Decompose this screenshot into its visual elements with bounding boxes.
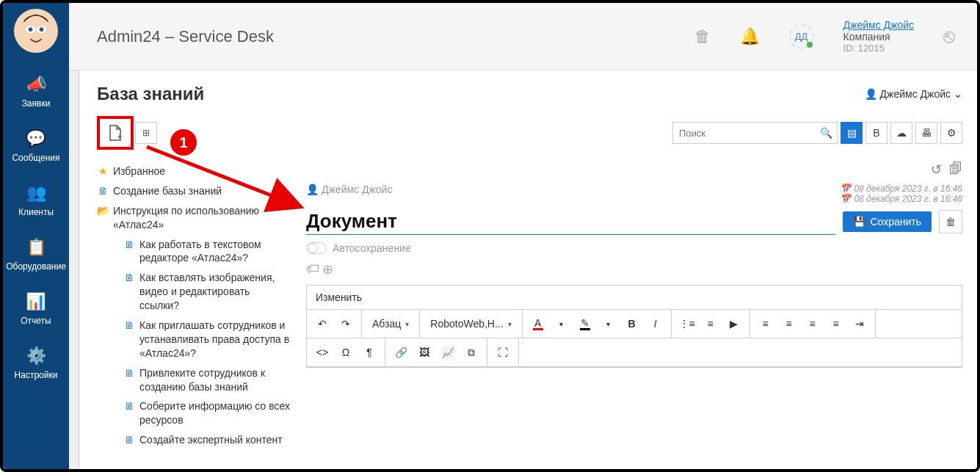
paragraph-label: Абзац [372, 318, 401, 330]
header: Admin24 – Service Desk 🗑 🔔 ДД Джеймс Джо… [69, 3, 977, 70]
bold-button[interactable]: B [621, 313, 643, 335]
video-button[interactable]: ▶ [723, 313, 745, 335]
cloud-icon[interactable]: ☁ [890, 122, 912, 144]
new-folder-button[interactable]: ⊞ [135, 122, 157, 144]
left-nav: 📣 Заявки 💬 Сообщения 👥 Клиенты 📋 Оборудо… [3, 3, 69, 469]
align-left-button[interactable]: ≡ [755, 313, 777, 335]
code-button[interactable]: <> [311, 341, 333, 363]
rte-tab-edit[interactable]: Изменить [307, 286, 962, 310]
highlight-button[interactable]: ✎ [574, 313, 596, 335]
tag-icon[interactable]: 🏷 [306, 261, 319, 277]
italic-button[interactable]: I [645, 313, 667, 335]
view-chart-icon[interactable]: ▤ [841, 122, 863, 144]
chart-button[interactable]: 📈 [437, 341, 459, 363]
align-right-button[interactable]: ≡ [802, 313, 824, 335]
user-name-link[interactable]: Джеймс Джойс [843, 19, 914, 31]
folder-open-icon: 📂 [97, 204, 109, 218]
company-label: Компания [843, 31, 914, 43]
tree-label: Как вставлять изображения, видео и редак… [139, 271, 291, 313]
nav-messages[interactable]: 💬 Сообщения [12, 129, 59, 163]
font-color-button[interactable]: A [527, 313, 549, 335]
scrollbar[interactable] [69, 3, 79, 469]
people-icon: 👥 [26, 184, 46, 203]
chevron-down-icon[interactable]: ▾ [598, 313, 620, 335]
save-button[interactable]: 💾 Сохранить [843, 211, 932, 232]
tree-doc[interactable]: 🗎Создайте экспертный контент [97, 430, 291, 450]
author-name: Джеймс Джойс [322, 184, 392, 195]
nav-label: Клиенты [18, 207, 54, 217]
fullscreen-button[interactable]: ⛶ [492, 341, 514, 363]
created-date: 08 декабря 2023 г. в 16:46 [854, 184, 962, 194]
author: 👤 Джеймс Джойс [306, 184, 392, 195]
save-icon: 💾 [853, 216, 865, 228]
bullet-list-button[interactable]: ⋮≡ [676, 313, 698, 335]
autosave-toggle[interactable] [306, 242, 327, 254]
embed-button[interactable]: ⧉ [460, 341, 482, 363]
search-icon[interactable]: 🔍 [815, 127, 837, 139]
document-icon: 🗎 [123, 319, 135, 333]
tree-label: Создайте экспертный контент [139, 433, 283, 447]
tree-favorites[interactable]: ★ Избранное [97, 161, 291, 181]
omega-button[interactable]: Ω [335, 341, 357, 363]
redo-button[interactable]: ↷ [335, 313, 357, 335]
document-icon: 🗎 [123, 238, 135, 252]
nav-settings[interactable]: ⚙️ Настройки [15, 346, 58, 380]
tree-folder[interactable]: 📂 Инструкция по использованию «Атлас24» [97, 201, 291, 235]
document-icon: 🗎 [123, 271, 135, 285]
user-avatar-small[interactable]: ДД [789, 24, 814, 49]
settings-icon[interactable]: ⚙ [940, 122, 962, 144]
tree-doc[interactable]: 🗎Как работать в текстовом редакторе «Атл… [97, 235, 291, 269]
document-title-input[interactable] [306, 208, 835, 235]
undo-button[interactable]: ↶ [311, 313, 333, 335]
read-mode-icon[interactable]: 🗐 [949, 161, 962, 178]
tree-label: Инструкция по использованию «Атлас24» [113, 204, 291, 232]
trash-icon[interactable]: 🗑 [694, 27, 711, 46]
nav-label: Сообщения [12, 153, 59, 163]
tree-doc[interactable]: 🗎Привлеките сотрудников к созданию базы … [97, 363, 291, 397]
svg-point-3 [29, 27, 33, 32]
pilcrow-button[interactable]: ¶ [358, 341, 380, 363]
nav-reports[interactable]: 📊 Отчеты [21, 292, 51, 326]
delete-button[interactable]: 🗑 [939, 210, 962, 233]
new-document-icon: + [108, 125, 123, 141]
font-select[interactable]: RobotoWeb,H...▾ [424, 313, 517, 335]
calendar-plus-icon: 📅 [840, 184, 851, 194]
avatar[interactable] [14, 9, 58, 53]
paragraph-select[interactable]: Абзац▾ [366, 313, 415, 335]
align-justify-button[interactable]: ≡ [825, 313, 847, 335]
add-tag-icon[interactable]: ⊕ [322, 261, 333, 277]
tree-doc[interactable]: 🗎Как вставлять изображения, видео и реда… [97, 268, 291, 316]
new-document-button[interactable]: + [97, 116, 134, 150]
history-icon[interactable]: ↺ [931, 161, 942, 178]
nav-clients[interactable]: 👥 Клиенты [18, 184, 54, 217]
bell-icon[interactable]: 🔔 [740, 27, 760, 46]
logout-icon[interactable]: ⎋ [943, 25, 955, 48]
star-icon: ★ [97, 164, 109, 178]
nav-tickets[interactable]: 📣 Заявки [22, 75, 51, 109]
page-title: База знаний [97, 84, 204, 104]
user-chip[interactable]: 👤 Джеймс Джойс ⌄ [865, 88, 962, 100]
search-input[interactable] [673, 128, 815, 139]
print-icon[interactable]: 🖶 [915, 122, 937, 144]
tree-doc[interactable]: 🗎Соберите информацию со всех ресурсов [97, 396, 291, 430]
document-icon: 🗎 [123, 433, 135, 447]
megaphone-icon: 📣 [26, 75, 46, 94]
indent-button[interactable]: ⇥ [849, 313, 871, 335]
image-button[interactable]: 🖼 [413, 341, 435, 363]
align-center-button[interactable]: ≡ [778, 313, 800, 335]
app-title: Admin24 – Service Desk [97, 27, 274, 46]
rich-text-editor: Изменить ↶ ↷ Абзац▾ RobotoWeb,H...▾ [306, 285, 962, 368]
nav-equipment[interactable]: 📋 Оборудование [6, 238, 66, 272]
person-icon: 👤 [306, 184, 319, 195]
tree-doc[interactable]: 🗎Как приглашать сотрудников и устанавлив… [97, 316, 291, 363]
chevron-down-icon: ▾ [508, 320, 512, 328]
user-id: ID: 12015 [843, 43, 914, 54]
tree-doc[interactable]: 🗎 Создание базы знаний [97, 181, 291, 201]
avatar-icon [15, 10, 57, 51]
chevron-down-icon: ▾ [405, 320, 409, 328]
numbered-list-button[interactable]: ≡ [700, 313, 722, 335]
link-button[interactable]: 🔗 [390, 341, 412, 363]
blog-icon[interactable]: B [865, 122, 888, 144]
chevron-down-icon[interactable]: ▾ [551, 313, 573, 335]
autosave-row: Автосохранение [306, 242, 962, 254]
